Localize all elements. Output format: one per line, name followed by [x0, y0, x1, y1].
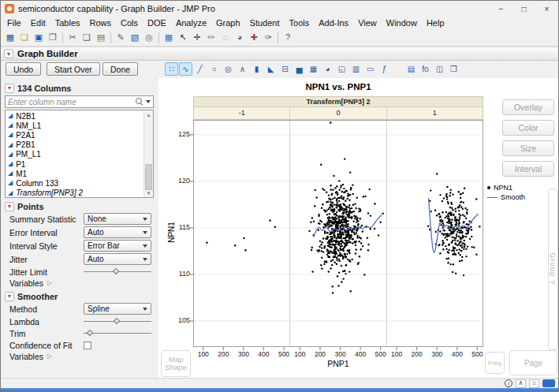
menu-tools[interactable]: Tools [285, 18, 315, 28]
column-item[interactable]: ◢P1 [8, 159, 142, 169]
column-item[interactable]: ◢Transform[PNP3] 2 [8, 189, 142, 198]
data-grid-icon[interactable]: ▦ [162, 31, 176, 45]
chart-type-box-plot-icon[interactable]: ⊟ [278, 62, 292, 76]
column-list-scrollbar[interactable]: ▲ ▼ [143, 110, 153, 197]
method-dropdown[interactable]: Spline [84, 303, 151, 315]
chevron-down-icon[interactable] [146, 100, 151, 103]
scrollbar-thumb[interactable] [145, 164, 152, 190]
column-search-input[interactable] [8, 98, 133, 106]
disclosure-icon[interactable]: ▷ [47, 353, 52, 360]
home-icon[interactable]: ⌂ [529, 379, 539, 388]
layout-icon[interactable]: ▧ [128, 31, 142, 45]
chart-type-treemap-icon[interactable]: ◱ [335, 62, 348, 76]
chart-type-area-icon[interactable]: ◣ [264, 62, 278, 76]
disclosure-icon[interactable]: ▷ [47, 280, 52, 286]
formula-editor-icon[interactable]: fo [419, 62, 432, 76]
column-item[interactable]: ◢P2B1 [8, 140, 142, 150]
column-item[interactable]: ◢N2B1 [8, 111, 142, 121]
chart-type-heatmap-icon[interactable]: ▦ [307, 62, 320, 76]
combine-windows-icon[interactable]: ◫ [433, 62, 446, 76]
chart-type-formula-icon[interactable]: ƒ [378, 62, 391, 76]
chart-type-bar-icon[interactable]: ▮ [250, 62, 263, 76]
menu-addins[interactable]: Add-Ins [314, 18, 353, 28]
chart-type-histogram-icon[interactable]: ▅ [293, 62, 306, 76]
script-window-icon[interactable]: ▤ [404, 62, 418, 76]
menu-tables[interactable]: Tables [50, 18, 85, 28]
column-item[interactable]: ◢NM_L1 [8, 121, 142, 130]
annotate-tool-icon[interactable]: ✑ [261, 31, 275, 45]
error-interval-dropdown[interactable]: Auto [84, 226, 151, 238]
panel-group-header[interactable]: Transform[PNP3] 2 [193, 96, 483, 107]
chart-type-pie-icon[interactable]: ◕ [321, 62, 334, 76]
menu-rows[interactable]: Rows [85, 18, 117, 28]
maximize-button[interactable]: □ [512, 1, 535, 17]
lambda-slider[interactable] [84, 317, 151, 326]
red-triangle-icon[interactable]: ▼ [5, 202, 14, 211]
interval-zone[interactable]: Interval [502, 161, 554, 177]
magnifier-tool-icon[interactable]: ◕ [233, 31, 247, 45]
chart-type-line-icon[interactable]: ∧ [236, 62, 249, 76]
column-item[interactable]: ◢P2A1 [8, 130, 142, 140]
minimize-button[interactable]: − [490, 1, 512, 17]
chart-type-contour-icon[interactable]: ◎ [222, 62, 235, 76]
scroll-down-icon[interactable]: ▼ [144, 189, 153, 197]
open-icon[interactable]: ❏ [17, 31, 32, 45]
confidence-of-fit-checkbox[interactable] [84, 342, 91, 349]
paste-icon[interactable]: ▤ [94, 31, 108, 45]
chart-type-mosaic-icon[interactable]: ▥ [349, 62, 363, 76]
jitter-dropdown[interactable]: Auto [84, 253, 151, 265]
column-item[interactable]: ◢Column 133 [8, 178, 142, 188]
zoom-icon[interactable]: ◎ [142, 31, 156, 45]
page-zone[interactable]: Page [509, 350, 557, 375]
column-item[interactable]: ◢M1 [8, 169, 142, 178]
scroll-up-icon[interactable]: ▲ [144, 110, 153, 119]
menu-edit[interactable]: Edit [26, 18, 50, 28]
menu-view[interactable]: View [353, 18, 382, 28]
menu-analyze[interactable]: Analyze [171, 18, 211, 28]
close-button[interactable]: × [535, 1, 558, 17]
menu-help[interactable]: Help [422, 18, 449, 28]
arrange-windows-icon[interactable]: ❒ [447, 62, 460, 76]
status-badge[interactable] [542, 379, 555, 387]
red-triangle-menu-icon[interactable]: ▼ [4, 49, 13, 58]
lasso-tool-icon[interactable]: ◌ [218, 31, 233, 45]
new-data-table-icon[interactable]: ▦ [3, 31, 17, 45]
map-shape-zone[interactable]: Map Shape [161, 350, 191, 377]
menu-window[interactable]: Window [382, 18, 422, 28]
interval-style-dropdown[interactable]: Error Bar [84, 240, 151, 252]
jitter-limit-slider[interactable] [84, 267, 151, 276]
trim-slider[interactable] [84, 329, 151, 338]
menu-student[interactable]: Student [245, 18, 285, 28]
chart-type-smoother-icon[interactable]: ∿ [179, 62, 192, 76]
save-icon[interactable]: ▣ [32, 31, 46, 45]
arrow-tool-icon[interactable]: ↖ [176, 31, 190, 45]
menu-file[interactable]: File [2, 18, 26, 28]
chart-type-ellipse-icon[interactable]: ○ [207, 62, 221, 76]
info-icon[interactable]: i [505, 379, 512, 387]
start-over-button[interactable]: Start Over [47, 62, 100, 76]
chart-type-points-icon[interactable]: ∷ [165, 62, 178, 76]
print-icon[interactable]: ❐ [46, 31, 60, 45]
summary-statistic-dropdown[interactable]: None [84, 213, 151, 225]
brush-tool-icon[interactable]: ✏ [204, 31, 218, 45]
group-y-zone[interactable]: Group Y [548, 189, 558, 350]
scatter-plot[interactable] [193, 120, 483, 347]
help-tool-icon[interactable]: ? [281, 31, 295, 45]
cut-icon[interactable]: ✂ [65, 31, 80, 45]
chart-type-caption-box-icon[interactable]: ▭ [363, 62, 377, 76]
undo-button[interactable]: Undo [6, 62, 41, 76]
journal-icon[interactable]: ✎ [114, 31, 128, 45]
chart-type-line-of-fit-icon[interactable]: ╱ [193, 62, 207, 76]
menu-graph[interactable]: Graph [211, 18, 245, 28]
column-item[interactable]: ◢PM_L1 [8, 150, 142, 159]
caret-up-icon[interactable]: ∧ [516, 379, 526, 388]
menu-cols[interactable]: Cols [116, 18, 143, 28]
crosshair-tool-icon[interactable]: ✚ [247, 31, 261, 45]
lambda-slider-thumb[interactable] [113, 318, 119, 324]
overlay-zone[interactable]: Overlay [502, 99, 554, 115]
color-zone[interactable]: Color [502, 120, 554, 136]
red-triangle-icon[interactable]: ▼ [5, 84, 14, 93]
size-zone[interactable]: Size [502, 140, 554, 156]
grabber-tool-icon[interactable]: ✛ [190, 31, 204, 45]
red-triangle-icon[interactable]: ▼ [5, 292, 14, 301]
